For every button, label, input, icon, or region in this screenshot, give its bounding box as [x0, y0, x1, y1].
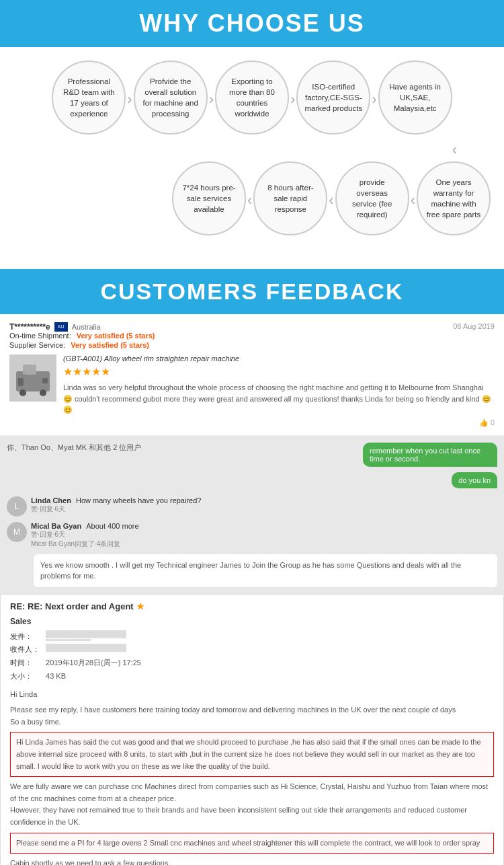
- feature-circle-3: Exporting to more than 80 countries worl…: [215, 61, 289, 135]
- mical-sub: 赞·回复·6天: [31, 530, 497, 539]
- feature-circle-7: 8 hours after-sale rapid response: [253, 161, 327, 235]
- svg-point-2: [19, 389, 26, 396]
- review-body: (GBT-A001) Alloy wheel rim straighten re…: [9, 354, 495, 416]
- reply-bubble: Yes we know smooth . I will get my Techn…: [34, 554, 497, 587]
- arrow-1: ›: [126, 61, 133, 108]
- country: Australia: [72, 323, 101, 331]
- features-section: Professional R&D team with 17 years of e…: [0, 47, 504, 262]
- mical-reply-sub: Mical Ba Gyan回复了·4条回复: [31, 539, 497, 549]
- feature-circle-8: provide overseas service (fee required): [335, 161, 409, 235]
- feature-item-2: Profvide the overall solution for machin…: [134, 61, 208, 135]
- review-header: T**********e AU Australia On-time Shipme…: [9, 322, 495, 350]
- customers-feedback-title: CUSTOMERS FEEDBACK: [0, 278, 504, 305]
- linda-avatar: L: [7, 496, 27, 517]
- feature-item-5: Have agents in UK,SAE, Malaysia,etc: [378, 61, 452, 135]
- feature-circle-4: ISO-certified factory,CE-SGS-marked prod…: [296, 61, 370, 135]
- chat-group-label: 你、Than Oo、Myat MK 和其他 2 位用户: [7, 443, 363, 453]
- email-size: 大小： 43 KB: [10, 670, 494, 683]
- down-arrow-container: ‹: [7, 141, 497, 159]
- arrow-7: ‹: [409, 161, 417, 209]
- feature-item-8: provide overseas service (fee required): [335, 161, 409, 235]
- review-date: 08 Aug 2019: [453, 322, 495, 350]
- features-row-2: 7*24 hours pre-sale services available ‹…: [7, 161, 497, 235]
- review-ratings: On-time Shipment: Very satisfied (5 star…: [9, 332, 155, 349]
- review-footer: 👍 0: [9, 418, 495, 427]
- linda-sub: 赞·回复·6天: [31, 504, 497, 514]
- why-choose-us-header: WHY CHOOSE US: [0, 0, 504, 47]
- linda-question: How many wheels have you repaired?: [76, 496, 202, 504]
- chat-bubble-2: do you kn: [452, 472, 497, 488]
- mical-avatar: M: [7, 522, 27, 542]
- feature-item-6: 7*24 hours pre-sale services available: [172, 161, 246, 235]
- svg-point-3: [40, 389, 46, 396]
- feature-item-7: 8 hours after-sale rapid response: [253, 161, 327, 235]
- chat-section-1: 你、Than Oo、Myat MK 和其他 2 位用户 remember whe…: [0, 436, 504, 594]
- feedback-section: T**********e AU Australia On-time Shipme…: [0, 314, 504, 865]
- arrow-5: ‹: [246, 161, 253, 209]
- email-sales-label: Sales: [10, 617, 494, 626]
- email-date: 时间： 2019年10月28日(周一) 17:25: [10, 656, 494, 670]
- feature-item-3: Exporting to more than 80 countries worl…: [215, 61, 289, 135]
- svg-rect-5: [42, 378, 48, 383]
- product-image: [9, 354, 56, 402]
- chat-bubble-1: remember when you cut last once time or …: [363, 443, 497, 467]
- product-title: (GBT-A001) Alloy wheel rim straighten re…: [63, 354, 495, 363]
- customers-feedback-header: CUSTOMERS FEEDBACK: [0, 269, 504, 314]
- flag-au-icon: AU: [54, 322, 68, 332]
- machine-svg: [13, 358, 53, 398]
- email-section: RE: RE: Next order and Agent ★ Sales 发件：…: [0, 594, 504, 866]
- email-body2: We are fully aware we can purchase cnc M…: [10, 781, 494, 828]
- email-highlight2: Please send me a PI for 4 large ovens 2 …: [10, 833, 494, 854]
- email-greeting: Hi Linda: [10, 689, 494, 701]
- chat-message-linda: L Linda Chen How many wheels have you re…: [7, 496, 497, 517]
- feature-circle-6: 7*24 hours pre-sale services available: [172, 161, 246, 235]
- review-user-info: T**********e AU Australia On-time Shipme…: [9, 322, 155, 350]
- why-choose-us-title: WHY CHOOSE US: [0, 9, 504, 38]
- arrow-6: ‹: [327, 161, 335, 209]
- feature-circle-2: Profvide the overall solution for machin…: [134, 61, 208, 135]
- features-row-1: Professional R&D team with 17 years of e…: [7, 61, 497, 135]
- feature-circle-5: Have agents in UK,SAE, Malaysia,etc: [378, 61, 452, 135]
- email-subject: RE: RE: Next order and Agent ★: [10, 601, 494, 611]
- svg-rect-4: [18, 378, 24, 386]
- down-arrow-icon: ‹: [452, 141, 457, 159]
- arrow-2: ›: [208, 61, 215, 108]
- rating-supplier: Supplier Service: Very satisfied (5 star…: [9, 341, 155, 349]
- linda-sender: Linda Chen How many wheels have you repa…: [31, 496, 497, 504]
- username: T**********e: [9, 322, 50, 332]
- email-highlight1: Hi Linda James has said the cut was good…: [10, 732, 494, 777]
- feature-item-1: Professional R&D team with 17 years of e…: [52, 61, 126, 135]
- email-body3: Cabin shortly as we need to ask a few qu…: [10, 858, 494, 865]
- arrow-3: ›: [289, 61, 296, 108]
- thumb-up-icon: 👍: [479, 418, 489, 426]
- rating-shipment: On-time Shipment: Very satisfied (5 star…: [9, 332, 155, 340]
- star-icon: ★: [136, 601, 144, 611]
- feature-item-9: One years warranty for machine with free…: [417, 161, 491, 235]
- chat-message-mical: M Mical Ba Gyan About 400 more 赞·回复·6天 M…: [7, 522, 497, 549]
- mical-message: Mical Ba Gyan About 400 more 赞·回复·6天 Mic…: [31, 522, 497, 549]
- feature-circle-1: Professional R&D team with 17 years of e…: [52, 61, 126, 135]
- email-from: 发件： ___________: [10, 630, 494, 644]
- email-body1: Please see my reply, I have customers he…: [10, 704, 494, 728]
- linda-message: Linda Chen How many wheels have you repa…: [31, 496, 497, 514]
- email-meta: 发件： ___________ 收件人： 时间： 2019年10月28日(周一)…: [10, 630, 494, 683]
- svg-rect-1: [23, 365, 36, 375]
- feature-circle-9: One years warranty for machine with free…: [417, 161, 491, 235]
- mical-sender: Mical Ba Gyan About 400 more: [31, 522, 497, 530]
- review-card: T**********e AU Australia On-time Shipme…: [0, 314, 504, 436]
- arrow-4: ›: [370, 61, 378, 108]
- reply-bubble-container: Yes we know smooth . I will get my Techn…: [34, 554, 497, 587]
- email-to: 收件人：: [10, 643, 494, 656]
- review-user: T**********e AU Australia: [9, 322, 155, 332]
- mical-answer: About 400 more: [86, 522, 138, 530]
- email-body: Hi Linda Please see my reply, I have cus…: [10, 689, 494, 865]
- like-count: 0: [491, 418, 495, 426]
- stars-row: ★★★★★: [63, 365, 495, 378]
- feature-item-4: ISO-certified factory,CE-SGS-marked prod…: [296, 61, 370, 135]
- review-product-info: (GBT-A001) Alloy wheel rim straighten re…: [63, 354, 495, 416]
- review-text: Linda was so very helpful throughout the…: [63, 382, 495, 416]
